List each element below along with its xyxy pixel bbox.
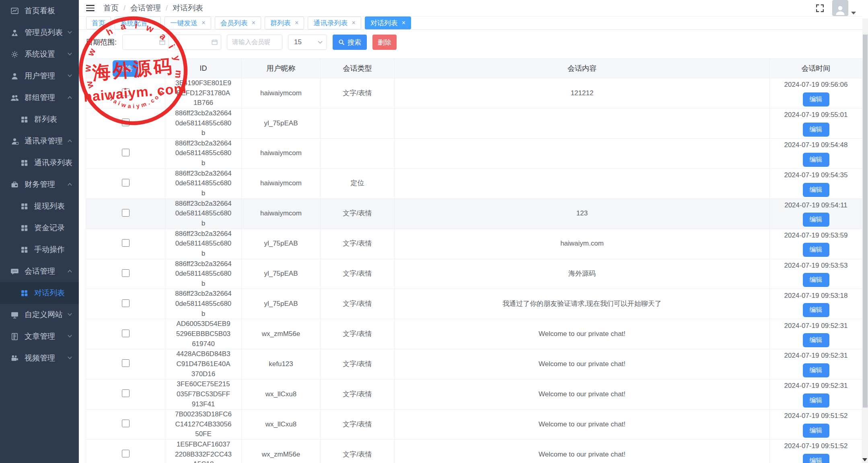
chevron-down-icon	[67, 332, 72, 341]
breadcrumb-item[interactable]: 对话列表	[173, 3, 203, 13]
table-row: 886ff23cb2a326640de58114855c680byl_75pEA…	[86, 289, 862, 319]
tab-group-list[interactable]: 群列表×	[265, 16, 304, 29]
edit-button[interactable]: 编辑	[803, 333, 829, 347]
sidebar-item-article-management[interactable]: 文章管理	[0, 326, 79, 347]
tab-close-icon[interactable]: ×	[295, 20, 298, 26]
row-checkbox[interactable]	[122, 389, 130, 397]
cell-id: 886ff23cb2a326640de58114855c680b	[165, 168, 242, 199]
sidebar-item-system-settings[interactable]: 系统设置	[0, 43, 79, 65]
sidebar-item-label: 自定义网站	[25, 309, 63, 320]
tab-close-icon[interactable]: ×	[402, 20, 405, 26]
tab-one-key-send[interactable]: 一键发送×	[165, 16, 211, 29]
row-checkbox[interactable]	[122, 119, 130, 126]
sidebar-item-session-management[interactable]: 会话管理	[0, 260, 79, 282]
cell-nickname: wx_llCxu8	[242, 379, 321, 410]
sidebar-item-video-management[interactable]: 视频管理	[0, 347, 79, 369]
cell-time: 2024-07-19 09:53:53	[770, 261, 862, 271]
sidebar-item-contacts-management[interactable]: 通讯录管理	[0, 130, 79, 152]
row-checkbox[interactable]	[122, 239, 130, 247]
row-checkbox[interactable]	[122, 299, 130, 307]
row-checkbox[interactable]	[122, 330, 130, 337]
tab-bar: 首页系统配置×一键发送×会员列表×群列表×通讯录列表×对话列表×	[79, 16, 862, 30]
scrollbar-thumb[interactable]	[863, 35, 868, 408]
edit-button[interactable]: 编辑	[803, 243, 829, 257]
row-checkbox[interactable]	[122, 359, 130, 367]
page-size-value: 15	[294, 38, 302, 46]
chevron-down-icon	[851, 12, 856, 14]
chevron-down-icon	[67, 28, 72, 37]
delete-button[interactable]: 删除	[372, 35, 397, 50]
select-all-button[interactable]: 全选	[113, 60, 138, 77]
edit-button[interactable]: 编辑	[803, 183, 829, 197]
sidebar-item-withdraw-list[interactable]: 提现列表	[0, 195, 79, 217]
tab-home[interactable]: 首页	[86, 16, 111, 29]
page-size-select[interactable]: 15	[288, 35, 327, 50]
chevron-up-icon	[67, 137, 72, 145]
edit-button[interactable]: 编辑	[803, 123, 829, 137]
edit-button[interactable]: 编辑	[803, 92, 829, 107]
tab-close-icon[interactable]: ×	[152, 20, 155, 26]
sidebar-item-manual-operation[interactable]: 手动操作	[0, 239, 79, 260]
fullscreen-icon[interactable]	[815, 3, 825, 13]
hamburger-menu-icon[interactable]	[86, 5, 95, 11]
cell-content: Welcome to our private chat!	[395, 379, 770, 410]
cell-id: 886ff23cb2a326640de58114855c680b	[165, 138, 242, 168]
edit-button[interactable]: 编辑	[803, 363, 829, 377]
date-end-field[interactable]	[175, 35, 221, 50]
row-checkbox[interactable]	[122, 450, 130, 457]
edit-button[interactable]: 编辑	[803, 303, 829, 317]
chevron-up-icon	[67, 93, 72, 102]
row-checkbox[interactable]	[122, 179, 130, 186]
nickname-input[interactable]	[227, 39, 282, 46]
sidebar-item-label: 文章管理	[25, 331, 55, 342]
grid-icon	[20, 245, 29, 254]
sidebar-item-group-list[interactable]: 群列表	[0, 109, 79, 130]
table-row: 886ff23cb2a326640de58114855c680bhaiwaiym…	[86, 199, 862, 229]
tab-contacts-list[interactable]: 通讯录列表×	[308, 16, 361, 29]
tab-close-icon[interactable]: ×	[202, 20, 205, 26]
sidebar-item-contacts-list[interactable]: 通讯录列表	[0, 152, 79, 174]
tab-close-icon[interactable]: ×	[252, 20, 255, 26]
row-checkbox[interactable]	[122, 209, 130, 217]
row-checkbox[interactable]	[122, 420, 130, 427]
sidebar-item-finance-management[interactable]: 财务管理	[0, 174, 79, 195]
row-checkbox[interactable]	[122, 149, 130, 156]
row-checkbox[interactable]	[122, 269, 130, 277]
sidebar-item-dashboard[interactable]: 首页看板	[0, 0, 79, 22]
sidebar-item-admin-list[interactable]: 管理员列表	[0, 22, 79, 43]
cell-time: 2024-07-19 09:54:11	[770, 201, 862, 211]
header-select-all: 全选	[86, 59, 165, 78]
sidebar-item-funds-records[interactable]: 资金记录	[0, 217, 79, 239]
edit-button[interactable]: 编辑	[803, 273, 829, 287]
scrollbar-down-arrow[interactable]	[862, 458, 867, 461]
edit-button[interactable]: 编辑	[803, 424, 829, 438]
cell-content: Welcome to our private chat!	[395, 440, 770, 463]
date-start-field[interactable]	[122, 35, 169, 50]
tab-dialog-list[interactable]: 对话列表×	[365, 16, 411, 29]
edit-button[interactable]: 编辑	[803, 153, 829, 167]
sidebar-item-user-management[interactable]: 用户管理	[0, 65, 79, 87]
tab-member-list[interactable]: 会员列表×	[215, 16, 261, 29]
cell-type: 文字/表情	[321, 259, 395, 289]
breadcrumb-item[interactable]: 首页	[103, 3, 119, 13]
nickname-field[interactable]	[227, 35, 282, 50]
search-icon	[338, 39, 345, 45]
breadcrumb-item[interactable]: 会话管理	[130, 3, 161, 13]
cell-type: 文字/表情	[321, 319, 395, 349]
edit-button[interactable]: 编辑	[803, 454, 829, 463]
scrollbar-track[interactable]	[862, 18, 868, 463]
sidebar-item-dialog-list[interactable]: 对话列表	[0, 282, 79, 304]
sidebar-item-custom-website[interactable]: 自定义网站	[0, 304, 79, 326]
chevron-up-icon	[67, 180, 72, 189]
search-button[interactable]: 搜索	[333, 35, 367, 50]
header-type: 会话类型	[321, 59, 395, 78]
cell-id: 3E4190F3E801E9BEFD12F31780A1B766	[165, 78, 242, 109]
edit-button[interactable]: 编辑	[803, 213, 829, 227]
tab-close-icon[interactable]: ×	[352, 20, 355, 26]
breadcrumb-separator: /	[123, 4, 125, 12]
tab-system-config[interactable]: 系统配置×	[115, 16, 161, 29]
sidebar-item-group-management[interactable]: 群组管理	[0, 87, 79, 109]
user-menu[interactable]	[832, 0, 856, 16]
row-checkbox[interactable]	[122, 88, 130, 96]
edit-button[interactable]: 编辑	[803, 393, 829, 408]
